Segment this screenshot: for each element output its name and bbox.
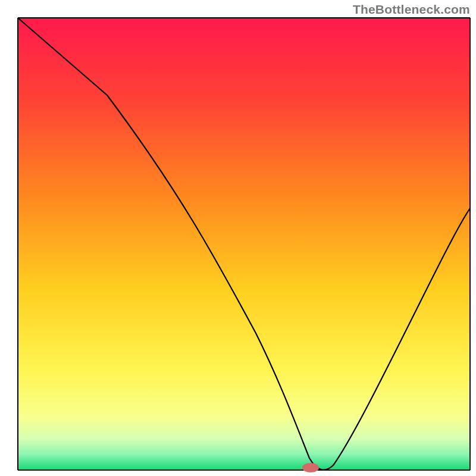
optimal-point-marker xyxy=(302,463,319,472)
bottleneck-chart xyxy=(0,0,476,476)
chart-container: TheBottleneck.com xyxy=(0,0,476,476)
attribution-text: TheBottleneck.com xyxy=(353,2,470,17)
plot-background xyxy=(18,18,470,470)
